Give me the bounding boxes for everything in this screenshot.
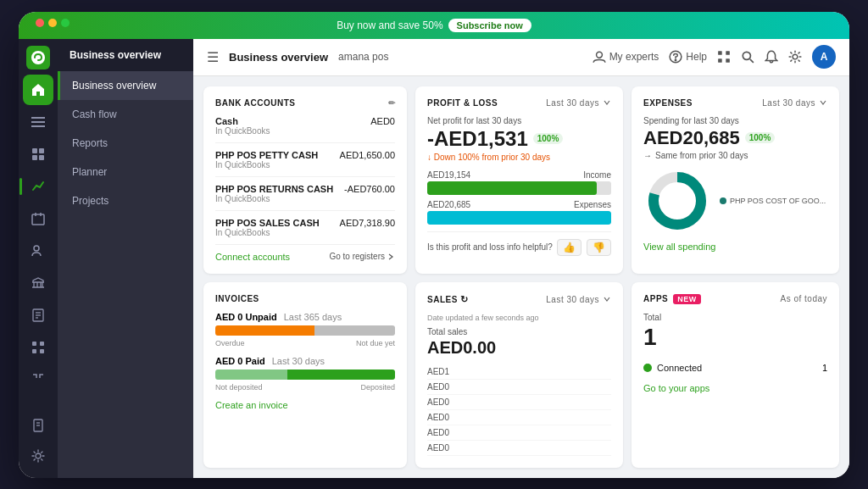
bank-row-petty: PHP POS PETTY CASHIn QuickBooks AED1,650… [215, 150, 395, 177]
sidebar-icon-menu[interactable] [23, 107, 53, 137]
help-button[interactable]: Help [669, 50, 707, 64]
bank-accounts-title: BANK ACCOUNTS ✏ [215, 98, 395, 108]
edit-icon[interactable]: ✏ [388, 98, 396, 108]
pnl-amount: -AED1,531 100% [427, 127, 611, 151]
subscribe-button[interactable]: Subscribe now [448, 19, 531, 32]
nav-panel: Business overview Business overview Cash… [58, 39, 193, 478]
sales-row-1: AED0 [427, 380, 611, 395]
search-icon[interactable] [741, 50, 754, 64]
expenses-card: EXPENSES Last 30 days Spending for last … [632, 86, 839, 274]
sidebar-icon-receipt[interactable] [23, 300, 53, 331]
svg-line-32 [750, 59, 754, 63]
sales-total-label: Total sales [427, 327, 611, 336]
view-all-spending-link[interactable]: View all spending [643, 242, 827, 252]
notification-icon[interactable] [765, 50, 778, 64]
connected-count: 1 [822, 363, 827, 373]
svg-rect-17 [40, 342, 44, 346]
svg-rect-30 [726, 58, 730, 63]
sidebar-icon-users[interactable] [23, 236, 53, 266]
not-due-bar [314, 325, 395, 336]
bank-footer: Connect accounts Go to registers [215, 252, 395, 262]
refresh-icon[interactable]: ↻ [460, 294, 469, 305]
apps-connected-row: Connected 1 [643, 359, 827, 376]
user-avatar[interactable]: A [812, 45, 836, 69]
nav-item-planner[interactable]: Planner [58, 158, 193, 186]
bank-accounts-card: BANK ACCOUNTS ✏ CashIn QuickBooks AED0 P… [203, 86, 407, 274]
dashboard-grid: BANK ACCOUNTS ✏ CashIn QuickBooks AED0 P… [193, 76, 849, 478]
menu-icon[interactable]: ☰ [207, 49, 219, 65]
sidebar-icon-chart[interactable] [23, 171, 53, 202]
sidebar-icon-apps[interactable] [23, 332, 53, 363]
expenses-title: EXPENSES Last 30 days [643, 98, 827, 108]
sales-card: SALES ↻ Last 30 days Date updated a few … [415, 282, 623, 468]
sidebar-icon-page[interactable] [23, 410, 53, 441]
app-header: ☰ Business overview amana pos My experts… [193, 39, 849, 76]
expenses-donut: PHP POS COST OF GOO... [643, 167, 827, 235]
legend-dot [720, 197, 726, 204]
pnl-expenses-bar: AED20,685 Expenses [427, 200, 611, 225]
thumbs-down-button[interactable]: 👎 [587, 239, 611, 256]
sidebar-icon-home[interactable] [23, 75, 53, 105]
nav-item-projects[interactable]: Projects [58, 186, 193, 215]
sidebar-icon-expand[interactable] [23, 364, 53, 395]
sidebar-icon-calendar[interactable] [23, 203, 53, 234]
header-actions: My experts Help [593, 45, 836, 69]
svg-rect-28 [726, 51, 730, 55]
expenses-bar-fill [427, 211, 611, 225]
window-dot-yellow[interactable] [48, 19, 57, 27]
goto-registers-link[interactable]: Go to registers [329, 252, 395, 261]
apps-new-badge: NEW [673, 294, 701, 304]
sales-row-4: AED0 [427, 425, 611, 441]
invoices-paid-row: AED 0 Paid Last 30 days Not deposited De… [215, 356, 395, 392]
overdue-bar [215, 325, 314, 336]
nav-item-reports[interactable]: Reports [58, 129, 193, 158]
svg-point-11 [34, 246, 39, 251]
svg-rect-5 [39, 148, 44, 153]
sales-row-0: AED1 [427, 364, 611, 380]
svg-point-33 [793, 54, 798, 59]
gear-icon[interactable] [788, 50, 802, 64]
sales-row-5: AED0 [427, 441, 611, 456]
connect-accounts-link[interactable]: Connect accounts [215, 252, 290, 262]
connected-status-dot [643, 364, 652, 372]
svg-rect-4 [32, 148, 37, 153]
thumbs-up-button[interactable]: 👍 [557, 239, 581, 256]
apps-total: 1 [643, 324, 827, 351]
my-experts-button[interactable]: My experts [593, 50, 659, 64]
svg-rect-3 [31, 125, 45, 127]
svg-point-0 [31, 51, 45, 64]
svg-rect-2 [31, 121, 45, 123]
sales-row-2: AED0 [427, 395, 611, 410]
svg-rect-7 [39, 155, 44, 160]
pnl-helpful: Is this profit and loss info helpful? 👍 … [427, 231, 611, 256]
create-invoice-link[interactable]: Create an invoice [215, 400, 395, 410]
promo-bar: Buy now and save 50% Subscribe now [19, 12, 849, 39]
donut-legend: PHP POS COST OF GOO... [720, 197, 826, 205]
sidebar-icon-dashboard[interactable] [23, 139, 53, 169]
sidebar-icon-bank[interactable] [23, 268, 53, 298]
svg-point-26 [676, 59, 676, 60]
sales-row-3: AED0 [427, 410, 611, 425]
svg-rect-29 [718, 58, 722, 63]
profit-loss-card: PROFIT & LOSS Last 30 days Net profit fo… [415, 86, 623, 274]
expenses-spending-label: Spending for last 30 days [643, 116, 827, 125]
bank-row-returns: PHP POS RETURNS CASHIn QuickBooks -AED76… [215, 184, 395, 211]
svg-rect-1 [31, 117, 45, 119]
apps-total-label: Total [643, 313, 827, 322]
nav-item-business-overview[interactable]: Business overview [58, 71, 193, 100]
apps-grid-icon[interactable] [717, 50, 731, 64]
nav-item-cash-flow[interactable]: Cash flow [58, 100, 193, 129]
window-dot-green[interactable] [61, 19, 70, 27]
svg-rect-6 [32, 155, 37, 160]
bank-row-sales: PHP POS SALES CASHIn QuickBooks AED7,318… [215, 218, 395, 245]
go-to-apps-link[interactable]: Go to your apps [643, 383, 827, 393]
sidebar-icon-settings[interactable] [23, 441, 53, 471]
svg-rect-27 [718, 51, 722, 55]
window-dot-red[interactable] [36, 19, 44, 27]
svg-rect-18 [32, 349, 36, 353]
sidebar-icons [19, 39, 58, 478]
sales-updated: Date updated a few seconds ago [427, 314, 611, 322]
app-logo[interactable] [26, 46, 50, 69]
svg-point-24 [596, 52, 602, 58]
bank-row-cash: CashIn QuickBooks AED0 [215, 116, 395, 143]
